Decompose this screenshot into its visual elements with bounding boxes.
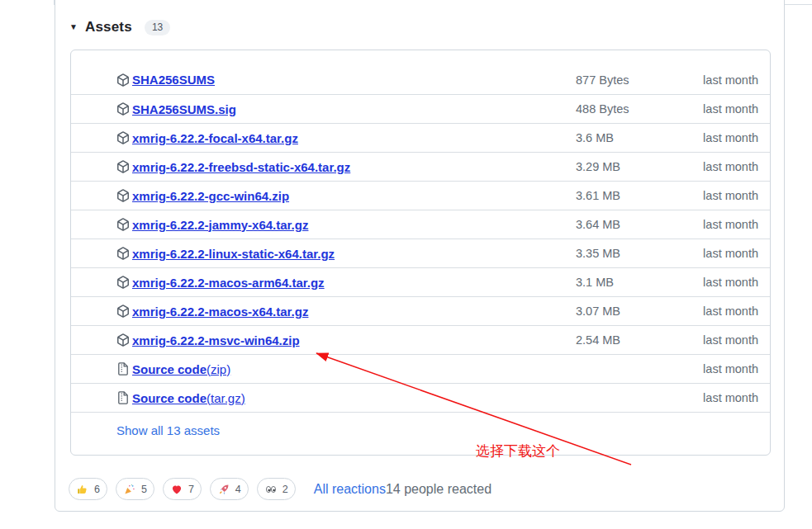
asset-size: 877 Bytes bbox=[576, 73, 703, 87]
asset-link[interactable]: xmrig-6.22.2-jammy-x64.tar.gz bbox=[132, 218, 308, 232]
asset-row: xmrig-6.22.2-focal-x64.tar.gz 3.6 MB las… bbox=[71, 123, 770, 152]
asset-row: xmrig-6.22.2-linux-static-x64.tar.gz 3.3… bbox=[71, 239, 770, 267]
asset-link[interactable]: xmrig-6.22.2-freebsd-static-x64.tar.gz bbox=[132, 160, 350, 174]
asset-size: 488 Bytes bbox=[576, 102, 703, 116]
reaction-pill[interactable]: 2 bbox=[257, 478, 296, 500]
package-icon bbox=[116, 305, 130, 318]
asset-link[interactable]: SHA256SUMS.sig bbox=[132, 102, 236, 116]
asset-row: xmrig-6.22.2-msvc-win64.zip 2.54 MB last… bbox=[71, 325, 770, 354]
asset-size: 3.07 MB bbox=[576, 305, 703, 318]
asset-age: last month bbox=[703, 362, 758, 375]
package-icon bbox=[116, 333, 130, 347]
asset-age: last month bbox=[703, 247, 758, 260]
package-icon bbox=[116, 131, 130, 144]
reaction-pill[interactable]: 6 bbox=[69, 478, 107, 500]
reaction-count: 2 bbox=[283, 484, 288, 495]
asset-link[interactable]: Source code(tar.gz) bbox=[132, 391, 245, 405]
asset-age: last month bbox=[703, 333, 758, 347]
thumbs-up-icon bbox=[77, 484, 88, 495]
package-icon bbox=[116, 73, 130, 87]
asset-age: last month bbox=[703, 73, 758, 87]
asset-size: 2.54 MB bbox=[576, 333, 703, 347]
asset-age: last month bbox=[703, 391, 758, 404]
asset-size: 3.29 MB bbox=[576, 160, 703, 173]
asset-size: 3.61 MB bbox=[576, 189, 703, 202]
asset-age: last month bbox=[703, 218, 758, 231]
asset-link[interactable]: xmrig-6.22.2-msvc-win64.zip bbox=[132, 333, 300, 347]
asset-link[interactable]: xmrig-6.22.2-focal-x64.tar.gz bbox=[132, 131, 298, 145]
party-icon bbox=[124, 484, 135, 495]
reactions-bar: 6 5 7 4 2 All reactions 14 people reacte… bbox=[69, 478, 491, 500]
asset-row: xmrig-6.22.2-macos-x64.tar.gz 3.07 MB la… bbox=[71, 296, 770, 325]
asset-row: xmrig-6.22.2-freebsd-static-x64.tar.gz 3… bbox=[71, 152, 770, 181]
assets-toggle[interactable]: ▼ Assets 13 bbox=[69, 19, 170, 35]
asset-size: 3.1 MB bbox=[576, 276, 703, 289]
eyes-icon bbox=[265, 484, 277, 495]
asset-age: last month bbox=[703, 189, 758, 202]
asset-age: last month bbox=[703, 102, 758, 116]
file-zip-icon bbox=[116, 362, 130, 375]
package-icon bbox=[116, 276, 130, 289]
assets-box: SHA256SUMS 877 Bytes last month SHA256SU… bbox=[70, 50, 771, 456]
asset-age: last month bbox=[703, 160, 758, 173]
caret-down-icon: ▼ bbox=[69, 23, 78, 31]
asset-row: SHA256SUMS 877 Bytes last month bbox=[71, 65, 770, 94]
reaction-pill[interactable]: 5 bbox=[116, 478, 154, 500]
reaction-pill[interactable]: 4 bbox=[210, 478, 249, 500]
assets-count-badge: 13 bbox=[145, 20, 170, 35]
asset-link[interactable]: xmrig-6.22.2-macos-x64.tar.gz bbox=[132, 305, 308, 319]
reaction-pill[interactable]: 7 bbox=[163, 478, 202, 500]
assets-title: Assets bbox=[85, 19, 132, 35]
asset-age: last month bbox=[703, 131, 758, 144]
all-reactions-link[interactable]: All reactions bbox=[314, 482, 386, 497]
asset-size: 3.64 MB bbox=[576, 218, 703, 231]
asset-size: 3.35 MB bbox=[576, 247, 703, 260]
asset-row: xmrig-6.22.2-gcc-win64.zip 3.61 MB last … bbox=[71, 181, 770, 210]
asset-link[interactable]: xmrig-6.22.2-gcc-win64.zip bbox=[132, 189, 289, 203]
file-zip-icon bbox=[116, 391, 130, 404]
asset-size: 3.6 MB bbox=[576, 131, 703, 144]
asset-row: Source code(tar.gz) last month bbox=[71, 383, 770, 412]
asset-link[interactable]: xmrig-6.22.2-linux-static-x64.tar.gz bbox=[132, 247, 335, 261]
show-all-assets-link[interactable]: Show all 13 assets bbox=[116, 423, 220, 437]
asset-row: Source code(zip) last month bbox=[71, 354, 770, 383]
package-icon bbox=[116, 218, 130, 231]
reaction-count: 5 bbox=[141, 484, 147, 495]
reaction-count: 7 bbox=[188, 484, 194, 495]
reaction-pills: 6 5 7 4 2 bbox=[69, 478, 304, 500]
package-icon bbox=[116, 189, 130, 202]
rocket-icon bbox=[218, 484, 230, 495]
asset-link[interactable]: SHA256SUMS bbox=[132, 73, 215, 87]
asset-link[interactable]: Source code(zip) bbox=[132, 362, 230, 376]
asset-age: last month bbox=[703, 305, 758, 318]
people-reacted-text: 14 people reacted bbox=[386, 482, 491, 497]
package-icon bbox=[116, 102, 130, 116]
package-icon bbox=[116, 160, 130, 173]
asset-row: SHA256SUMS.sig 488 Bytes last month bbox=[71, 94, 770, 123]
reaction-count: 4 bbox=[235, 484, 241, 495]
asset-age: last month bbox=[703, 276, 758, 289]
reaction-count: 6 bbox=[94, 484, 100, 495]
show-all-row: Show all 13 assets bbox=[71, 412, 770, 455]
assets-list: SHA256SUMS 877 Bytes last month SHA256SU… bbox=[71, 65, 770, 412]
asset-link[interactable]: xmrig-6.22.2-macos-arm64.tar.gz bbox=[132, 276, 325, 290]
heart-icon bbox=[171, 484, 183, 495]
asset-row: xmrig-6.22.2-macos-arm64.tar.gz 3.1 MB l… bbox=[71, 267, 770, 296]
package-icon bbox=[116, 247, 130, 260]
asset-row: xmrig-6.22.2-jammy-x64.tar.gz 3.64 MB la… bbox=[71, 210, 770, 239]
